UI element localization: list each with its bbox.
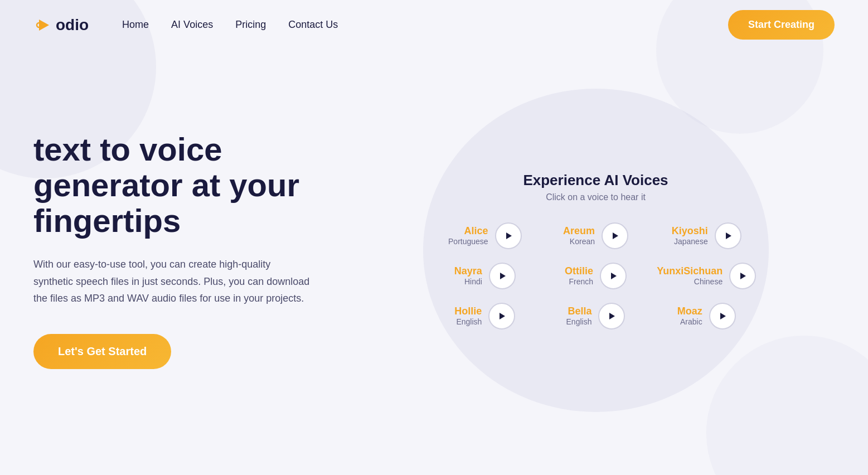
nav-item-home[interactable]: Home [122, 19, 149, 31]
voice-lang: English [454, 317, 482, 326]
hero-heading: text to voice generator at your fingerti… [33, 132, 357, 238]
logo-text: odio [56, 16, 89, 34]
play-icon [610, 231, 619, 240]
voice-lang: Chinese [657, 277, 722, 286]
nav-item-contact[interactable]: Contact Us [288, 19, 338, 31]
voice-name: Bella [566, 306, 592, 317]
nav-link-contact[interactable]: Contact Us [288, 19, 338, 30]
voice-name: Kiyoshi [672, 225, 708, 237]
voice-info: YunxiSichuan Chinese [657, 265, 722, 286]
nav-link-ai-voices[interactable]: AI Voices [171, 19, 213, 30]
svg-marker-3 [613, 232, 618, 239]
logo-link[interactable]: odio [33, 15, 89, 35]
voice-info: Alice Portuguese [448, 225, 488, 246]
play-button[interactable] [598, 303, 625, 329]
navbar: odio Home AI Voices Pricing Contact Us S… [0, 0, 868, 50]
svg-marker-10 [720, 313, 726, 319]
voice-lang: Japanese [672, 237, 708, 246]
nav-link-home[interactable]: Home [122, 19, 149, 30]
play-icon [724, 231, 733, 240]
voice-info: Nayra Hindi [454, 265, 482, 286]
play-icon [607, 312, 616, 321]
voice-name: YunxiSichuan [657, 265, 722, 277]
voice-name: Areum [563, 225, 595, 237]
voice-info: Ottilie French [565, 265, 593, 286]
voice-card[interactable]: Ottilie French [565, 263, 627, 289]
voice-card[interactable]: Alice Portuguese [448, 222, 522, 249]
voice-card[interactable]: Bella English [566, 303, 625, 329]
play-button[interactable] [729, 263, 756, 289]
voice-card[interactable]: Areum Korean [563, 222, 628, 249]
voice-info: Hollie English [454, 306, 482, 326]
voice-info: Areum Korean [563, 225, 595, 246]
hero-right: Experience AI Voices Click on a voice to… [357, 149, 835, 352]
svg-marker-9 [609, 313, 615, 319]
voice-name: Ottilie [565, 265, 593, 277]
voice-card[interactable]: Kiyoshi Japanese [672, 222, 741, 249]
voice-card[interactable]: Hollie English [454, 303, 515, 329]
voice-info: Moaz Arabic [677, 306, 702, 326]
play-icon [738, 272, 747, 280]
play-button[interactable] [495, 222, 522, 249]
play-button[interactable] [602, 222, 628, 249]
play-button[interactable] [488, 303, 515, 329]
voice-lang: Korean [563, 237, 595, 246]
play-icon [609, 272, 618, 280]
voice-card[interactable]: YunxiSichuan Chinese [657, 263, 756, 289]
voice-name: Nayra [454, 265, 482, 277]
voice-panel-subtitle: Click on a voice to hear it [434, 192, 758, 202]
hero-description: With our easy-to-use tool, you can creat… [33, 256, 312, 307]
svg-marker-0 [39, 20, 49, 31]
svg-marker-7 [740, 273, 746, 279]
play-button[interactable] [600, 263, 627, 289]
voice-name: Moaz [677, 306, 702, 317]
svg-marker-8 [500, 313, 505, 319]
nav-links: Home AI Voices Pricing Contact Us [122, 19, 728, 31]
voice-lang: French [565, 277, 593, 286]
voice-info: Kiyoshi Japanese [672, 225, 708, 246]
voice-info: Bella English [566, 306, 592, 326]
voice-lang: Arabic [677, 317, 702, 326]
get-started-button[interactable]: Let's Get Started [33, 334, 171, 369]
nav-link-pricing[interactable]: Pricing [235, 19, 266, 30]
play-icon [497, 312, 506, 321]
voice-card[interactable]: Moaz Arabic [677, 303, 736, 329]
hero-section: text to voice generator at your fingerti… [0, 50, 868, 451]
logo-icon [33, 15, 54, 35]
voice-panel: Experience AI Voices Click on a voice to… [423, 149, 769, 352]
svg-marker-5 [500, 273, 506, 279]
play-button[interactable] [715, 222, 741, 249]
voice-name: Hollie [454, 306, 482, 317]
voice-lang: Hindi [454, 277, 482, 286]
nav-item-pricing[interactable]: Pricing [235, 19, 266, 31]
play-button[interactable] [489, 263, 516, 289]
hero-left: text to voice generator at your fingerti… [33, 132, 357, 369]
voice-lang: Portuguese [448, 237, 488, 246]
voice-grid: Alice Portuguese Areum Korean Kiyoshi Ja… [434, 222, 758, 329]
svg-marker-4 [726, 232, 731, 239]
voice-name: Alice [448, 225, 488, 237]
voice-lang: English [566, 317, 592, 326]
play-icon [718, 312, 727, 321]
svg-marker-2 [506, 232, 512, 239]
voice-panel-title: Experience AI Voices [434, 172, 758, 189]
play-icon [498, 272, 507, 280]
svg-marker-6 [611, 273, 617, 279]
voice-card[interactable]: Nayra Hindi [454, 263, 516, 289]
play-icon [504, 231, 513, 240]
start-creating-button[interactable]: Start Creating [728, 10, 835, 40]
nav-item-ai-voices[interactable]: AI Voices [171, 19, 213, 31]
play-button[interactable] [709, 303, 736, 329]
